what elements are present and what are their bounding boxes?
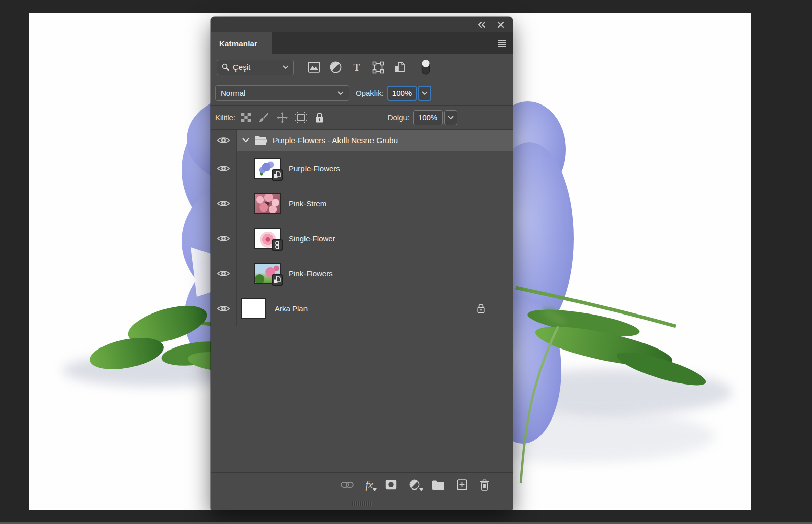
layer-list: Purple-Flowers - Akıllı Nesne Grubu Purp…	[211, 130, 513, 472]
layer-row-purple-flowers[interactable]: Purple-Flowers	[211, 151, 513, 186]
layer-name: Purple-Flowers	[289, 164, 340, 173]
close-panel-icon[interactable]	[497, 21, 504, 28]
layer-name: Single-Flower	[289, 234, 335, 243]
lock-artboard-icon[interactable]	[295, 112, 307, 123]
add-layer-mask-icon[interactable]	[385, 480, 397, 490]
layer-styles-fx-icon[interactable]: fx	[366, 480, 373, 490]
photoshop-workspace: Katmanlar Çeşit	[0, 0, 812, 524]
chevron-down-icon	[337, 91, 344, 95]
layer-row-single-flower[interactable]: Single-Flower	[211, 221, 513, 256]
lock-position-move-icon[interactable]	[277, 112, 288, 123]
panel-menu-icon[interactable]	[498, 32, 506, 54]
visibility-eye-icon[interactable]	[211, 130, 237, 151]
filtering-toggle[interactable]	[421, 59, 431, 76]
filter-icon-group: T	[308, 61, 405, 74]
visibility-eye-icon[interactable]	[211, 186, 237, 221]
visibility-eye-icon[interactable]	[211, 291, 237, 326]
blend-opacity-row: Normal Opaklık: 100%	[211, 81, 513, 106]
filter-smart-objects-icon[interactable]	[394, 61, 405, 74]
opacity-label: Opaklık:	[356, 89, 384, 97]
tab-layers[interactable]: Katmanlar	[211, 32, 272, 54]
opacity-dropdown-icon[interactable]	[418, 86, 431, 101]
group-expand-chevron-icon[interactable]	[242, 138, 249, 143]
layer-thumbnail[interactable]	[254, 158, 281, 179]
search-icon	[222, 63, 229, 71]
layers-panel: Katmanlar Çeşit	[211, 17, 513, 510]
layer-filter-row: Çeşit T	[211, 54, 513, 81]
panel-tabbar: Katmanlar	[211, 32, 513, 54]
smart-object-badge-icon	[272, 274, 283, 286]
fill-dropdown-icon[interactable]	[444, 110, 457, 125]
opacity-input[interactable]: 100%	[387, 86, 417, 101]
linked-smart-object-badge-icon	[272, 239, 283, 251]
visibility-eye-icon[interactable]	[211, 256, 237, 291]
chevron-down-icon	[283, 65, 289, 69]
lock-fill-row: Kilitle: Dolgu:	[211, 106, 513, 130]
group-folder-icon	[254, 135, 267, 146]
fill-label: Dolgu:	[388, 113, 410, 122]
filter-type-layers-icon[interactable]: T	[351, 62, 362, 73]
filter-pixel-layers-icon[interactable]	[308, 62, 320, 73]
lock-icon-group	[241, 112, 324, 123]
panel-resize-strip	[211, 497, 513, 510]
panel-header	[211, 17, 513, 32]
layer-row-pink-strem[interactable]: Pink-Strem	[211, 186, 513, 221]
background-lock-icon[interactable]	[477, 303, 485, 313]
blend-mode-select[interactable]: Normal	[215, 85, 349, 101]
layer-thumbnail[interactable]	[254, 228, 281, 249]
lock-all-icon[interactable]	[315, 112, 324, 123]
layer-row-pink-flowers[interactable]: Pink-Flowers	[211, 256, 513, 291]
lock-paint-brush-icon[interactable]	[258, 112, 269, 123]
smart-object-badge-icon	[272, 169, 283, 181]
layer-name: Pink-Flowers	[289, 269, 333, 278]
layer-name: Purple-Flowers - Akıllı Nesne Grubu	[273, 136, 398, 145]
lock-label: Kilitle:	[215, 113, 235, 122]
new-layer-icon[interactable]	[457, 479, 467, 490]
layer-thumbnail[interactable]	[254, 193, 281, 214]
layer-row-group[interactable]: Purple-Flowers - Akıllı Nesne Grubu	[211, 130, 513, 151]
svg-text:T: T	[354, 62, 360, 73]
layer-list-empty-area[interactable]	[211, 326, 513, 472]
filter-adjustment-layers-icon[interactable]	[330, 61, 342, 73]
collapse-panel-icon[interactable]	[477, 21, 486, 28]
delete-layer-trash-icon[interactable]	[480, 479, 489, 491]
fill-input[interactable]: 100%	[413, 110, 443, 125]
filter-type-select[interactable]: Çeşit	[217, 60, 294, 75]
new-group-folder-icon[interactable]	[432, 480, 445, 490]
layer-thumbnail[interactable]	[254, 263, 281, 284]
new-adjustment-layer-icon[interactable]	[409, 479, 420, 490]
filter-type-label: Çeşit	[233, 63, 279, 72]
layer-name: Pink-Strem	[289, 199, 326, 208]
panel-resize-grip[interactable]	[352, 501, 372, 506]
panel-bottom-toolbar: fx	[211, 472, 513, 497]
layer-thumbnail[interactable]	[241, 298, 266, 319]
visibility-eye-icon[interactable]	[211, 151, 237, 186]
layer-row-background[interactable]: Arka Plan	[211, 291, 513, 326]
visibility-eye-icon[interactable]	[211, 221, 237, 256]
lock-transparency-icon[interactable]	[241, 113, 251, 122]
layer-name: Arka Plan	[275, 304, 308, 313]
link-layers-icon[interactable]	[341, 481, 354, 488]
filter-shape-layers-icon[interactable]	[372, 61, 384, 74]
blend-mode-value: Normal	[221, 89, 337, 97]
